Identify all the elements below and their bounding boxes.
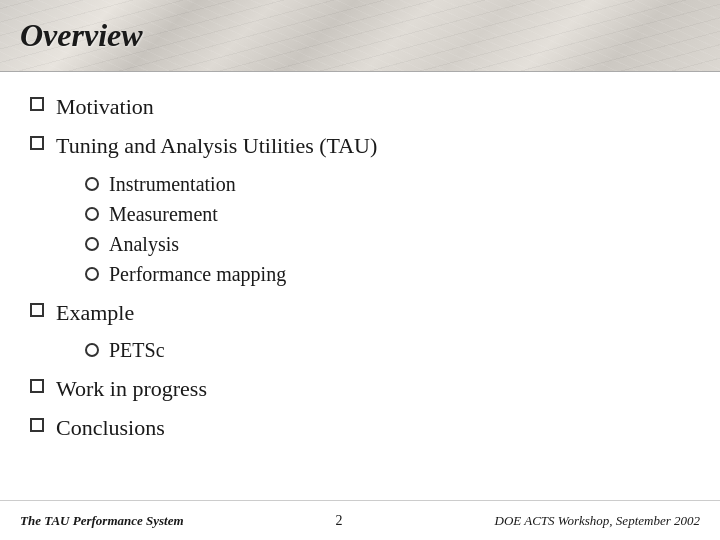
slide-content: Motivation Tuning and Analysis Utilities… (0, 72, 720, 500)
sub-item-label: Analysis (109, 230, 179, 258)
bullet-label: Example (56, 298, 134, 329)
sub-items-tau: Instrumentation Measurement Analysis Per… (85, 170, 690, 288)
sub-item-label: Performance mapping (109, 260, 286, 288)
bullet-circle-icon (85, 237, 99, 251)
slide-title: Overview (20, 17, 143, 54)
footer-right-text: DOE ACTS Workshop, September 2002 (495, 513, 700, 529)
bullet-square-icon (30, 379, 44, 393)
bullet-circle-icon (85, 207, 99, 221)
bullet-square-icon (30, 418, 44, 432)
list-item: Conclusions (30, 413, 690, 444)
list-item: Analysis (85, 230, 690, 258)
bullet-label: Tuning and Analysis Utilities (TAU) (56, 131, 377, 162)
bullet-label: Conclusions (56, 413, 165, 444)
sub-item-label: Instrumentation (109, 170, 236, 198)
bullet-label: Motivation (56, 92, 154, 123)
list-item: Example (30, 298, 690, 329)
footer-left-text: The TAU Performance System (20, 513, 184, 529)
bullet-label: Work in progress (56, 374, 207, 405)
list-item: Motivation (30, 92, 690, 123)
bullet-square-icon (30, 97, 44, 111)
bullet-square-icon (30, 303, 44, 317)
sub-item-label: Measurement (109, 200, 218, 228)
slide-footer: The TAU Performance System 2 DOE ACTS Wo… (0, 500, 720, 540)
bullet-circle-icon (85, 343, 99, 357)
slide-header: Overview (0, 0, 720, 72)
list-item: Measurement (85, 200, 690, 228)
bullet-circle-icon (85, 177, 99, 191)
footer-page-number: 2 (336, 513, 343, 529)
list-item: PETSc (85, 336, 690, 364)
list-item: Work in progress (30, 374, 690, 405)
bullet-square-icon (30, 136, 44, 150)
slide-container: Overview Motivation Tuning and Analysis … (0, 0, 720, 540)
list-item: Tuning and Analysis Utilities (TAU) (30, 131, 690, 162)
list-item: Instrumentation (85, 170, 690, 198)
list-item: Performance mapping (85, 260, 690, 288)
bullet-circle-icon (85, 267, 99, 281)
sub-items-example: PETSc (85, 336, 690, 364)
sub-item-label: PETSc (109, 336, 165, 364)
